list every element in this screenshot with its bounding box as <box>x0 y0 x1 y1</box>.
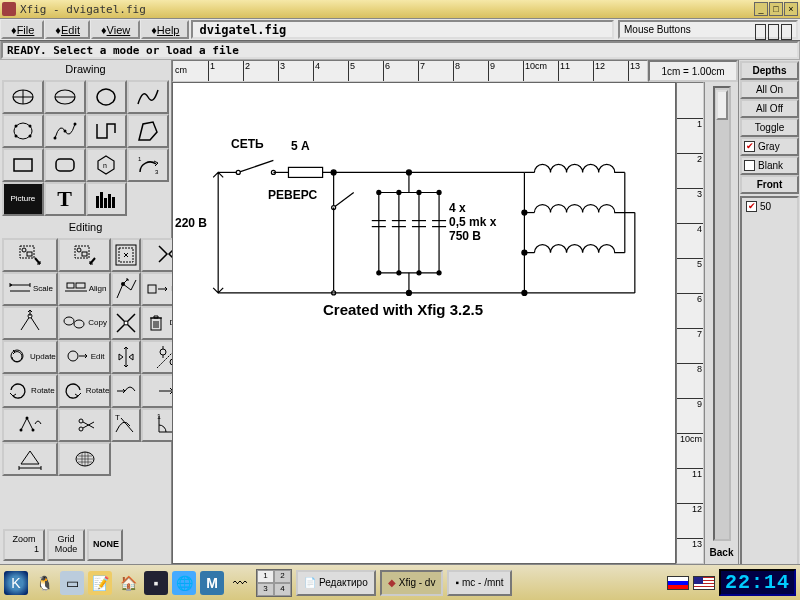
window-minimize-button[interactable]: _ <box>754 2 768 16</box>
tool-open-compound[interactable] <box>111 238 141 272</box>
penguin-icon[interactable]: 🐧 <box>32 571 56 595</box>
svg-text:T: T <box>115 413 120 422</box>
taskbar-task-editor[interactable]: 📄 Редактиро <box>296 570 376 596</box>
window-close-button[interactable]: × <box>784 2 798 16</box>
svg-point-50 <box>79 427 83 431</box>
grid-none-button[interactable]: NONE <box>87 529 123 561</box>
tool-align[interactable]: Align <box>58 272 112 306</box>
tool-rotate-ccw[interactable]: Rotate <box>58 374 112 408</box>
scale-indicator[interactable]: 1cm = 1.00cm <box>648 60 738 82</box>
tool-tangent[interactable]: T <box>111 408 141 442</box>
zoom-control[interactable]: Zoom 1 <box>3 529 45 561</box>
flag-ru-icon[interactable] <box>667 576 689 590</box>
tool-update[interactable]: Update <box>2 340 58 374</box>
svg-point-10 <box>63 130 66 133</box>
tool-polyline[interactable] <box>86 114 128 148</box>
tool-delete-point[interactable] <box>111 306 141 340</box>
svg-rect-22 <box>112 197 115 208</box>
browser-icon[interactable]: 🌐 <box>172 571 196 595</box>
grid-control[interactable]: Grid Mode <box>47 529 85 561</box>
svg-point-98 <box>397 190 401 194</box>
tool-box[interactable] <box>2 148 44 182</box>
depths-header: Depths <box>740 61 799 80</box>
app-icon <box>2 2 16 16</box>
tool-closed-spline[interactable] <box>86 80 128 114</box>
desktop-pager[interactable]: 1 2 3 4 <box>256 569 292 597</box>
svg-rect-13 <box>56 159 74 171</box>
app-m-icon[interactable]: M <box>200 571 224 595</box>
editing-tools: Scale Align Move Copy Delete Update Edit… <box>0 236 171 478</box>
tool-rotate-cw[interactable]: Rotate <box>2 374 58 408</box>
status-bar: READY. Select a mode or load a file <box>1 41 799 59</box>
tool-add-point[interactable] <box>2 306 58 340</box>
tool-measure-area[interactable] <box>58 442 112 476</box>
tool-scale[interactable]: Scale <box>2 272 58 306</box>
tool-copy[interactable]: Copy <box>58 306 112 340</box>
depths-all-off-button[interactable]: All Off <box>740 99 799 118</box>
tool-chop[interactable] <box>58 408 112 442</box>
depths-panel: Depths All On All Off Toggle ✔ Gray Blan… <box>738 60 800 564</box>
tool-interp-spline[interactable] <box>44 114 86 148</box>
back-button[interactable]: Back <box>710 543 734 562</box>
tool-text[interactable]: T <box>44 182 86 216</box>
menu-help[interactable]: ♦Help <box>141 20 189 39</box>
drawing-canvas[interactable]: СЕТЬ 5 А РЕВЕРС 220 В 4 x 0,5 mk x 750 В… <box>172 82 676 564</box>
svg-text:3: 3 <box>155 169 159 175</box>
svg-rect-28 <box>82 252 87 256</box>
svg-point-102 <box>397 271 401 275</box>
tool-arc-box[interactable] <box>44 148 86 182</box>
tool-move-point[interactable] <box>111 272 141 306</box>
taskbar-task-mc[interactable]: ▪ mc - /mnt <box>447 570 511 596</box>
filename-box[interactable]: dvigatel.fig <box>191 20 614 39</box>
tool-spline[interactable] <box>127 80 169 114</box>
label-credit: Created with Xfig 3.2.5 <box>323 301 483 318</box>
tool-ellipse[interactable] <box>44 80 86 114</box>
tool-picture[interactable]: Picture <box>2 182 44 216</box>
tool-closed-interp-spline[interactable] <box>2 114 44 148</box>
flag-us-icon[interactable] <box>693 576 715 590</box>
tool-measure-length[interactable] <box>2 442 58 476</box>
tool-circle-ellipse[interactable] <box>2 80 44 114</box>
tool-spline-line[interactable] <box>111 374 141 408</box>
desktop-icon[interactable]: ▭ <box>60 571 84 595</box>
menu-file[interactable]: ♦File <box>1 20 44 39</box>
home-icon[interactable]: 🏠 <box>116 571 140 595</box>
svg-point-99 <box>417 190 421 194</box>
svg-point-42 <box>68 351 78 361</box>
depth-item[interactable]: ✔ 50 <box>744 200 795 213</box>
window-maximize-button[interactable]: □ <box>769 2 783 16</box>
menu-view[interactable]: ♦View <box>91 20 140 39</box>
svg-rect-12 <box>14 159 32 171</box>
depths-gray-checkbox[interactable]: ✔ Gray <box>740 137 799 156</box>
svg-point-94 <box>406 170 411 175</box>
svg-point-6 <box>28 125 31 128</box>
menu-edit[interactable]: ♦Edit <box>45 20 90 39</box>
svg-point-97 <box>377 190 381 194</box>
tool-flip-vertical[interactable] <box>111 340 141 374</box>
label-revers: РЕВЕРС <box>268 188 317 202</box>
tool-polygon[interactable] <box>127 114 169 148</box>
depth-slider-thumb[interactable] <box>716 90 728 120</box>
tool-convert[interactable] <box>2 408 58 442</box>
canvas-wrap: cm 1 2 3 4 5 6 7 8 9 10cm 11 12 13 1cm =… <box>172 60 738 564</box>
tool-glue[interactable] <box>2 238 58 272</box>
kmenu-icon[interactable]: K <box>4 571 28 595</box>
terminal-icon[interactable]: ▪ <box>144 571 168 595</box>
editor-icon[interactable]: 📝 <box>88 571 112 595</box>
depths-blank-checkbox[interactable]: Blank <box>740 156 799 175</box>
svg-point-76 <box>522 290 527 295</box>
depths-all-on-button[interactable]: All On <box>740 80 799 99</box>
editing-section-label: Editing <box>0 218 171 236</box>
tool-regular-polygon[interactable]: n <box>86 148 128 182</box>
task-icon: ▪ <box>455 577 459 588</box>
tool-library[interactable] <box>86 182 128 216</box>
depth-slider-track[interactable] <box>713 86 731 541</box>
taskbar-task-xfig[interactable]: ◆ Xfig - dv <box>380 570 444 596</box>
clock[interactable]: 22:14 <box>719 569 796 596</box>
seagull-icon[interactable]: 〰 <box>228 571 252 595</box>
tool-break[interactable] <box>58 238 112 272</box>
tool-arc[interactable]: 13 <box>127 148 169 182</box>
tool-edit[interactable]: Edit <box>58 340 112 374</box>
svg-rect-31 <box>67 283 74 288</box>
depths-toggle-button[interactable]: Toggle <box>740 118 799 137</box>
